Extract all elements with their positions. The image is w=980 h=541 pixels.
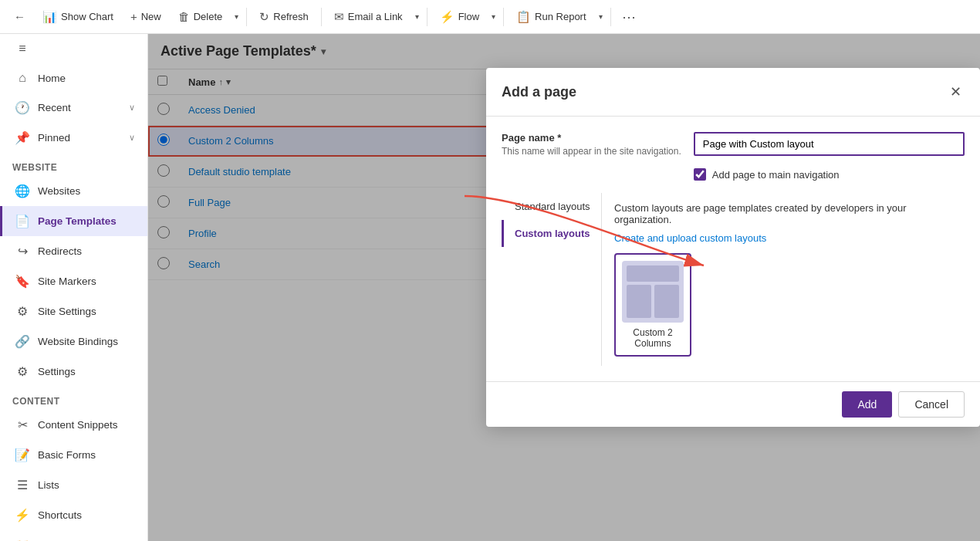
menu-icon: ≡ (15, 42, 30, 56)
home-icon: ⌂ (15, 71, 30, 85)
lists-icon: ☰ (15, 478, 30, 492)
modal-footer: Add Cancel (486, 381, 980, 427)
chart-icon: 📊 (42, 10, 57, 24)
layout-card-custom2cols[interactable]: Custom 2Columns (614, 253, 691, 357)
cancel-button[interactable]: Cancel (898, 391, 965, 418)
recent-chevron-icon: ∨ (129, 103, 135, 113)
page-name-row: Page name * This name will appear in the… (502, 132, 965, 181)
tab-standard-layouts[interactable]: Standard layouts (502, 193, 601, 220)
custom-layouts-tab-label: Custom layouts (515, 228, 590, 239)
flow-button[interactable]: ⚡ Flow (432, 5, 487, 29)
web-files-icon: 📁 (15, 538, 30, 541)
pinned-chevron-icon: ∨ (129, 133, 135, 143)
settings-label: Settings (38, 366, 76, 377)
shortcuts-label: Shortcuts (38, 509, 82, 521)
website-bindings-icon: 🔗 (15, 334, 30, 349)
sidebar-item-content-snippets[interactable]: ✂ Content Snippets (0, 410, 147, 440)
layouts-section: Standard layouts Custom layouts Custom l… (502, 193, 965, 366)
page-name-sublabel: This name will appear in the site naviga… (502, 145, 681, 158)
page-name-input[interactable] (694, 132, 965, 156)
back-button[interactable]: ← (6, 5, 33, 28)
new-button[interactable]: + New (123, 5, 169, 28)
nav-checkbox-row: Add page to main navigation (694, 168, 965, 181)
layouts-grid: Custom 2Columns (614, 253, 952, 357)
layouts-content: Custom layouts are page templates create… (602, 193, 965, 366)
add-to-nav-checkbox[interactable] (694, 168, 706, 181)
sidebar-item-shortcuts[interactable]: ⚡ Shortcuts (0, 500, 147, 530)
refresh-button[interactable]: ↻ Refresh (252, 5, 316, 29)
sidebar-item-home[interactable]: ⌂ Home (0, 63, 147, 93)
run-report-button[interactable]: 📋 Run Report (509, 5, 593, 29)
thumb-top-block (627, 265, 679, 282)
modal-close-button[interactable]: ✕ (947, 80, 965, 103)
delete-label: Delete (194, 11, 223, 22)
email-chevron[interactable]: ▾ (412, 8, 422, 25)
sidebar-item-websites[interactable]: 🌐 Websites (0, 176, 147, 206)
page-templates-icon: 📄 (15, 214, 30, 228)
basic-forms-label: Basic Forms (38, 449, 96, 461)
create-upload-layouts-link[interactable]: Create and upload custom layouts (614, 232, 766, 244)
site-settings-icon: ⚙ (15, 304, 30, 319)
email-link-button[interactable]: ✉ Email a Link (326, 5, 411, 29)
run-report-icon: 📋 (516, 10, 531, 24)
add-page-modal: Add a page ✕ Page name * This name will … (486, 68, 980, 427)
add-button[interactable]: Add (842, 391, 892, 418)
layout-thumbnail-custom2cols (622, 261, 684, 323)
back-icon: ← (14, 10, 25, 23)
new-label: New (141, 11, 161, 22)
sidebar-item-menu[interactable]: ≡ (0, 34, 147, 63)
delete-button[interactable]: 🗑 Delete (171, 5, 231, 28)
sidebar-item-recent[interactable]: 🕐 Recent ∨ (0, 93, 147, 123)
run-report-label: Run Report (535, 11, 586, 22)
flow-label: Flow (458, 11, 479, 22)
sidebar-item-website-bindings[interactable]: 🔗 Website Bindings (0, 326, 147, 357)
recent-icon: 🕐 (15, 100, 30, 115)
sidebar-item-site-markers[interactable]: 🔖 Site Markers (0, 266, 147, 296)
websites-icon: 🌐 (15, 184, 30, 198)
email-icon: ✉ (334, 10, 344, 24)
redirects-icon: ↪ (15, 244, 30, 259)
site-markers-label: Site Markers (38, 276, 96, 287)
lists-label: Lists (38, 479, 59, 491)
sidebar-item-page-templates[interactable]: 📄 Page Templates (0, 206, 147, 236)
sidebar-item-settings[interactable]: ⚙ Settings (0, 357, 147, 387)
modal-body: Page name * This name will appear in the… (486, 117, 980, 381)
flow-icon: ⚡ (440, 10, 455, 24)
sidebar-item-pinned[interactable]: 📌 Pinned ∨ (0, 123, 147, 153)
more-button[interactable]: ⋯ (616, 5, 642, 29)
site-markers-icon: 🔖 (15, 274, 30, 289)
content-snippets-label: Content Snippets (38, 419, 118, 431)
modal-overlay: Add a page ✕ Page name * This name will … (148, 34, 980, 541)
add-to-nav-label: Add page to main navigation (712, 169, 840, 181)
show-chart-button[interactable]: 📊 Show Chart (35, 5, 121, 29)
sidebar-item-lists[interactable]: ☰ Lists (0, 470, 147, 500)
site-settings-label: Site Settings (38, 306, 96, 317)
thumb-right-block (654, 285, 679, 318)
modal-header: Add a page ✕ (486, 68, 980, 117)
divider-4 (503, 8, 504, 26)
website-section-label: Website (0, 153, 147, 176)
sidebar-item-web-files[interactable]: 📁 Web Files (0, 530, 147, 541)
modal-title: Add a page (502, 84, 576, 100)
custom-layouts-desc-text: Custom layouts are page templates create… (614, 202, 907, 225)
divider-3 (427, 8, 427, 26)
website-bindings-label: Website Bindings (38, 336, 118, 347)
sidebar-item-redirects[interactable]: ↪ Redirects (0, 236, 147, 266)
divider-2 (321, 8, 322, 26)
content-section-label: Content (0, 387, 147, 410)
refresh-icon: ↻ (259, 10, 269, 24)
refresh-label: Refresh (273, 11, 309, 22)
content-area: Active Page Templates* ▾ Name ↑ (148, 34, 980, 541)
toolbar: ← 📊 Show Chart + New 🗑 Delete ▾ ↻ Refres… (0, 0, 980, 34)
standard-layouts-tab-label: Standard layouts (515, 201, 590, 212)
layout-card-label: Custom 2Columns (633, 327, 672, 349)
run-report-chevron[interactable]: ▾ (596, 8, 606, 25)
page-templates-label: Page Templates (38, 215, 117, 227)
delete-chevron[interactable]: ▾ (231, 8, 242, 25)
layouts-tabs: Standard layouts Custom layouts (502, 193, 602, 366)
sidebar-item-site-settings[interactable]: ⚙ Site Settings (0, 296, 147, 326)
flow-chevron[interactable]: ▾ (488, 8, 498, 25)
tab-custom-layouts[interactable]: Custom layouts (502, 220, 601, 247)
sidebar-home-label: Home (38, 73, 66, 84)
sidebar-item-basic-forms[interactable]: 📝 Basic Forms (0, 440, 147, 470)
